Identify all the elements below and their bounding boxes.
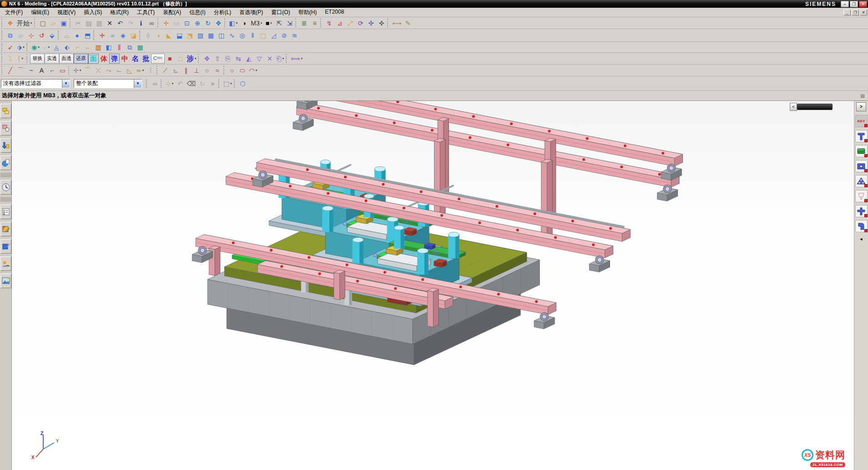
pick-filter-button[interactable]: ➤ — [207, 79, 218, 89]
retainer-part[interactable] — [855, 160, 868, 172]
selection-scope-combo[interactable]: 整个装配 ▼ — [74, 79, 142, 88]
palette-scroll-right-button[interactable]: > — [856, 102, 866, 111]
open-file-button[interactable]: ▱ — [48, 18, 59, 28]
window-next-button[interactable]: ⇲ — [284, 18, 295, 28]
dropdown-arrow-icon[interactable]: ▾ — [142, 69, 144, 72]
find-in-assembly-button[interactable]: ∞ — [150, 79, 160, 89]
align-component-button[interactable]: ◭ — [243, 54, 254, 64]
assembly-navigator-tab[interactable] — [0, 104, 11, 118]
dropdown-arrow-icon[interactable]: ▾ — [236, 21, 238, 25]
unite-button[interactable]: ◈ — [118, 30, 128, 40]
subtract-button[interactable]: ◪ — [128, 30, 139, 40]
toolbar-grip[interactable] — [70, 19, 72, 27]
menu-item-0[interactable]: 文件(F) — [1, 8, 27, 17]
wrap-geometry-button[interactable]: ◬ — [51, 42, 62, 52]
point-button[interactable]: ✛ — [97, 30, 107, 40]
materials-tab[interactable] — [0, 205, 11, 219]
toolbar-grip[interactable] — [34, 19, 36, 27]
perpendicular-constraint-button[interactable]: ⊥ — [192, 65, 202, 75]
menu-item-3[interactable]: 插入(S) — [80, 8, 106, 17]
die-insert-part[interactable] — [855, 145, 868, 157]
sew-button[interactable]: ▥ — [93, 42, 104, 52]
cad-model-3d-view[interactable] — [12, 101, 853, 470]
toolbar-grip[interactable] — [157, 19, 160, 27]
key-standard-part[interactable]: KEY — [855, 115, 868, 127]
dropdown-arrow-icon[interactable]: ▾ — [48, 45, 50, 49]
roles-tab[interactable] — [0, 256, 11, 271]
close-button[interactable]: ✕ — [859, 1, 867, 7]
rectangle-button[interactable]: ▭ — [57, 65, 68, 75]
zoom-lasso-button[interactable]: ▭ — [172, 18, 182, 28]
point-dialog-button[interactable]: ✛▾ — [72, 65, 82, 75]
rotate-view-button[interactable]: ↻ — [203, 18, 213, 28]
menu-item-4[interactable]: 格式(R) — [106, 8, 133, 17]
bend-button[interactable]: ⌙ — [83, 42, 93, 52]
spring-display-button[interactable]: 弹 — [109, 54, 120, 64]
selection-filter-combo[interactable]: 没有选择过滤器 ▼ — [1, 79, 70, 88]
datum-csys-button[interactable]: ⊹ — [26, 30, 36, 40]
undo-selection-button[interactable]: ↶ — [175, 79, 185, 89]
draft-button[interactable]: ◿ — [268, 30, 279, 40]
child-restore-button[interactable]: ❐ — [852, 10, 859, 15]
snap-point-button[interactable]: ⊹▾ — [164, 79, 175, 89]
wcs-display-button[interactable]: ✣ — [366, 18, 376, 28]
solid-translucent-button[interactable]: 实透 — [45, 54, 59, 64]
face-translucent-button[interactable]: 面透 — [59, 54, 74, 64]
show-shaded-cube-button[interactable]: ⬡ — [237, 79, 248, 89]
corner-curve-button[interactable]: ⌙ — [114, 65, 124, 75]
glass-cube-button[interactable]: □ — [175, 54, 186, 64]
toolbar-grip[interactable] — [198, 54, 200, 63]
section-plane-button[interactable]: ▱▾ — [41, 42, 51, 52]
solid-cube-button[interactable]: ■ — [165, 54, 175, 64]
marquee-select-button[interactable]: ⬚▾ — [222, 79, 233, 89]
toolbar-grip[interactable] — [286, 54, 288, 63]
snap-view-button[interactable]: ✜ — [376, 18, 387, 28]
toolbar-grip[interactable] — [387, 19, 389, 27]
helix-button[interactable]: ↺ — [36, 30, 47, 40]
menu-item-12[interactable]: ET2008 — [321, 8, 348, 17]
toolbar-grip[interactable] — [1, 66, 4, 75]
dropdown-arrow-icon[interactable]: ▾ — [195, 57, 197, 60]
csys-dynamics-button[interactable]: ↯ — [324, 18, 334, 28]
circle-button[interactable]: ○ — [227, 65, 237, 75]
restore-display-button[interactable]: 还原 — [74, 54, 88, 64]
zoom-in-out-button[interactable]: ⊕ — [192, 18, 203, 28]
pattern-feature-button[interactable]: ▦ — [206, 30, 216, 40]
palette-collapse-arrow[interactable]: ◄ — [859, 237, 863, 241]
deselect-all-button[interactable]: ⌫ — [185, 79, 197, 89]
fillet-curve-button[interactable]: ⌒ — [82, 65, 93, 75]
menu-item-2[interactable]: 视图(V) — [53, 8, 80, 17]
palettes-tab[interactable] — [0, 222, 11, 236]
mirror-feature-button[interactable]: ◫ — [216, 30, 227, 40]
bushing-part[interactable] — [855, 190, 868, 202]
paste-button[interactable]: ▥ — [94, 18, 105, 28]
child-close-button[interactable]: ✕ — [860, 10, 867, 15]
binoculars-find-icon[interactable]: ∞ — [146, 18, 157, 28]
move-component-button[interactable]: ✥ — [202, 54, 212, 64]
information-button[interactable]: ℹ — [136, 18, 146, 28]
arc-button[interactable]: ⌒ — [15, 65, 26, 75]
toolbar-grip[interactable] — [26, 54, 29, 63]
blade-button[interactable]: ⟠ — [143, 30, 153, 40]
selection-filter-dropdown-icon[interactable]: ▼ — [62, 80, 70, 88]
extrude-button[interactable]: ⬙ — [47, 30, 57, 40]
dropdown-arrow-icon[interactable]: ▾ — [23, 45, 25, 49]
thicken-button[interactable]: ≋ — [289, 30, 300, 40]
text-button[interactable]: A — [36, 65, 47, 75]
cut-button[interactable]: ✂ — [73, 18, 84, 28]
toolbar-grip[interactable] — [1, 30, 4, 40]
join-face-button[interactable]: ◉▾ — [30, 42, 41, 52]
toolbar-grip[interactable] — [93, 30, 96, 40]
visualization-tab[interactable] — [0, 239, 11, 254]
sweep-button[interactable]: ∿ — [227, 30, 237, 40]
dropdown-arrow-icon[interactable]: ▾ — [38, 45, 40, 49]
dropdown-arrow-icon[interactable]: ▾ — [21, 57, 23, 60]
move-face-button[interactable]: ➶ — [5, 42, 15, 52]
drop-component-button[interactable]: ▽ — [254, 54, 264, 64]
toolbar-grip[interactable] — [1, 19, 4, 27]
datum-axis-button[interactable]: ⤢ — [345, 18, 355, 28]
delete-button[interactable]: ✕ — [105, 18, 115, 28]
dropdown-arrow-icon[interactable]: ▾ — [256, 69, 257, 72]
toolbar-grip[interactable] — [1, 43, 4, 51]
save-button[interactable]: ▣ — [59, 18, 69, 28]
